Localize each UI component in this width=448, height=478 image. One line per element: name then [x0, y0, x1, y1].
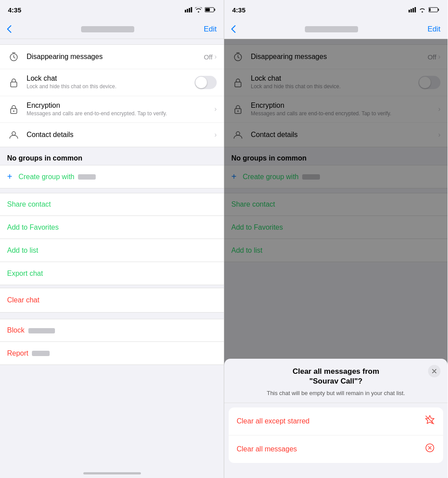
plus-icon: + [7, 172, 12, 182]
left-settings-group: Disappearing messages Off › Lock chat Lo… [0, 44, 224, 147]
svg-point-10 [13, 110, 15, 112]
right-status-icons [409, 7, 440, 12]
svg-rect-17 [438, 9, 439, 11]
contact-details-text: Contact details [27, 131, 214, 139]
right-nav-header: Edit [224, 20, 448, 39]
block-label: Block [7, 326, 55, 334]
svg-rect-1 [187, 9, 188, 12]
block-name-redacted [28, 328, 55, 333]
lock-chat-text: Lock chat Lock and hide this chat on thi… [27, 74, 195, 90]
danger-group: Block Report [0, 319, 224, 365]
svg-rect-12 [409, 10, 410, 12]
wifi-icon [195, 7, 202, 12]
export-chat-label: Export chat [7, 270, 43, 278]
right-status-bar: 4:35 [224, 0, 448, 20]
battery-icon [205, 7, 216, 12]
right-panel: 4:35 [224, 0, 448, 478]
modal-header: Clear all messages from "Sourav Call"? T… [224, 359, 448, 403]
close-x-icon [432, 369, 436, 373]
disappearing-messages-item[interactable]: Disappearing messages Off › [0, 45, 224, 69]
right-back-button[interactable] [231, 25, 236, 33]
star-slash-icon [425, 415, 435, 428]
lock-chat-sublabel: Lock and hide this chat on this device. [27, 83, 195, 90]
export-chat-item[interactable]: Export chat [0, 262, 224, 285]
add-favorites-item[interactable]: Add to Favorites [0, 216, 224, 239]
lock-chat-item[interactable]: Lock chat Lock and hide this chat on thi… [0, 69, 224, 96]
encryption-label: Encryption [27, 102, 214, 110]
disappearing-messages-text: Disappearing messages [27, 53, 204, 61]
encryption-chevron-icon: › [214, 105, 217, 113]
left-home-indicator [83, 472, 141, 474]
disappearing-messages-label: Disappearing messages [27, 53, 204, 61]
create-group-name-redacted [78, 174, 96, 180]
create-group-label: Create group with [19, 173, 96, 181]
report-item[interactable]: Report [0, 342, 224, 365]
clear-messages-modal: Clear all messages from "Sourav Call"? T… [224, 359, 448, 478]
svg-rect-18 [429, 8, 431, 12]
lock-chat-label: Lock chat [27, 74, 195, 82]
encryption-text: Encryption Messages and calls are end-to… [27, 102, 214, 118]
svg-rect-0 [185, 10, 186, 12]
svg-rect-6 [206, 8, 210, 12]
left-edit-button[interactable]: Edit [204, 25, 217, 34]
add-list-label: Add to list [7, 247, 38, 255]
clear-chat-label: Clear chat [7, 296, 39, 304]
spacer1 [0, 188, 224, 193]
disappearing-chevron-icon: › [214, 53, 217, 61]
left-nav-title-area [12, 26, 204, 32]
modal-title: Clear all messages from "Sourav Call"? [233, 367, 439, 386]
clear-chat-row[interactable]: Clear chat [0, 288, 224, 313]
right-back-chevron-icon [231, 25, 236, 33]
encryption-sublabel: Messages and calls are end-to-end encryp… [27, 110, 214, 118]
left-back-button[interactable] [7, 25, 12, 33]
svg-rect-3 [191, 7, 192, 12]
clear-except-starred-item[interactable]: Clear all except starred [229, 407, 443, 435]
block-item[interactable]: Block [0, 319, 224, 342]
modal-subtitle: This chat will be empty but will remain … [233, 390, 439, 396]
left-content: Disappearing messages Off › Lock chat Lo… [0, 39, 224, 478]
actions-group: Share contact Add to Favorites Add to li… [0, 193, 224, 285]
add-favorites-label: Add to Favorites [7, 223, 59, 231]
spacer3 [0, 313, 224, 319]
left-status-icons [185, 7, 216, 12]
right-battery-icon [429, 7, 440, 12]
back-chevron-icon [7, 25, 12, 33]
svg-rect-5 [214, 9, 215, 11]
svg-rect-2 [189, 8, 190, 12]
lock-chat-toggle[interactable] [195, 76, 217, 89]
encryption-chevron-area: › [214, 105, 217, 113]
contact-details-item[interactable]: Contact details › [0, 123, 224, 147]
svg-rect-13 [411, 9, 412, 12]
right-signal-icon [409, 7, 416, 12]
timer-icon [7, 50, 20, 63]
right-status-time: 4:35 [232, 6, 245, 14]
encryption-icon [7, 102, 20, 116]
right-wifi-icon [419, 7, 426, 12]
share-contact-item[interactable]: Share contact [0, 193, 224, 216]
right-nav-title-pill [305, 26, 358, 32]
no-groups-header: No groups in common [0, 147, 224, 165]
signal-icon [185, 7, 192, 12]
add-list-item[interactable]: Add to list [0, 239, 224, 262]
left-status-time: 4:35 [8, 6, 21, 14]
lock-chat-toggle-area [195, 76, 217, 89]
create-group-item[interactable]: + Create group with [0, 165, 224, 188]
svg-rect-8 [11, 82, 17, 87]
share-contact-label: Share contact [7, 200, 51, 208]
svg-point-11 [12, 132, 16, 135]
create-group-group: + Create group with [0, 165, 224, 188]
modal-action-list: Clear all except starred Clear all messa… [229, 407, 443, 463]
left-panel: 4:35 [0, 0, 224, 478]
contact-details-label: Contact details [27, 131, 214, 139]
contact-details-icon [7, 128, 20, 141]
right-background-content: Disappearing messages Off › Lock chat Lo… [224, 39, 448, 478]
right-edit-button[interactable]: Edit [428, 25, 440, 34]
contact-details-chevron-area: › [214, 131, 217, 139]
report-name-redacted [32, 351, 50, 356]
right-nav-title-area [236, 26, 428, 32]
clear-all-messages-item[interactable]: Clear all messages [229, 435, 443, 463]
svg-rect-14 [413, 8, 414, 12]
modal-close-button[interactable] [428, 365, 440, 377]
encryption-item[interactable]: Encryption Messages and calls are end-to… [0, 96, 224, 123]
left-nav-title-pill [81, 26, 134, 32]
